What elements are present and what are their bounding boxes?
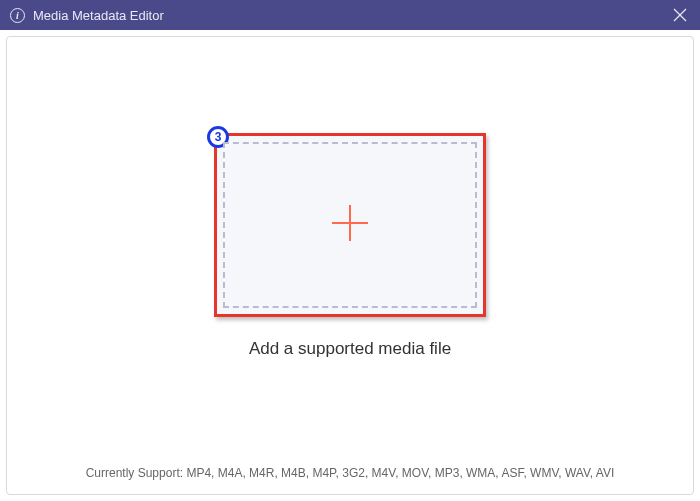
supported-formats-label: Currently Support: — [86, 466, 187, 480]
supported-formats: Currently Support: MP4, M4A, M4R, M4B, M… — [7, 466, 693, 480]
close-icon — [673, 8, 687, 22]
main-content: 3 Add a supported media file Currently S… — [6, 36, 694, 495]
info-icon: i — [10, 8, 25, 23]
titlebar: i Media Metadata Editor — [0, 0, 700, 30]
drop-area-wrap: 3 Add a supported media file — [214, 133, 486, 359]
dropzone-highlight: 3 — [214, 133, 486, 317]
window-title: Media Metadata Editor — [33, 8, 670, 23]
add-file-dropzone[interactable] — [223, 142, 477, 308]
close-button[interactable] — [670, 5, 690, 25]
instruction-text: Add a supported media file — [249, 339, 451, 359]
plus-icon — [328, 201, 372, 249]
supported-formats-list: MP4, M4A, M4R, M4B, M4P, 3G2, M4V, MOV, … — [186, 466, 614, 480]
